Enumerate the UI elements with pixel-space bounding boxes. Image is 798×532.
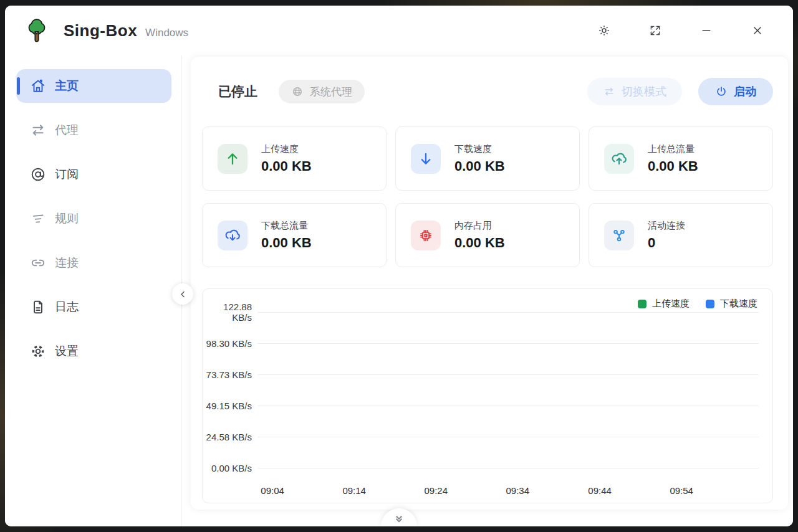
stat-label: 内存占用 [454, 220, 505, 232]
double-chevron-down-icon [393, 513, 405, 525]
x-tick: 09:54 [670, 485, 693, 496]
download-swatch [706, 300, 714, 308]
stat-value: 0 [648, 235, 685, 251]
titlebar: Sing-Box Windows [5, 6, 793, 55]
legend-upload: 上传速度 [638, 298, 690, 310]
chart-legend: 上传速度 下载速度 [633, 298, 757, 310]
start-button[interactable]: 启动 [698, 78, 773, 105]
system-proxy-label: 系统代理 [310, 85, 352, 99]
grid-row: 49.15 KB/s [203, 390, 759, 421]
stat-card-total-upload: 上传总流量 0.00 KB [589, 126, 773, 191]
home-panel: 已停止 系统代理 切换模式 [191, 57, 788, 510]
traffic-chart: 上传速度 下载速度 122.88 KB/s 98.30 KB/s [202, 288, 773, 503]
grid-row: 98.30 KB/s [203, 328, 759, 359]
platform-label: Windows [145, 27, 188, 39]
sidebar-item-proxy[interactable]: 代理 [16, 113, 171, 147]
grid-row: 0.00 KB/s [203, 452, 759, 483]
x-tick: 09:34 [506, 485, 529, 496]
stats-grid: 上传速度 0.00 KB 下载速度 0.00 KB [202, 126, 773, 267]
stat-label: 下载总流量 [261, 220, 312, 232]
home-icon [30, 78, 46, 94]
arrow-up-icon [218, 144, 248, 174]
gear-icon [30, 343, 46, 359]
close-icon[interactable] [751, 24, 764, 37]
stat-value: 0.00 KB [261, 158, 312, 174]
sidebar: 主页 代理 订阅 规则 [5, 55, 182, 526]
swap-arrows-icon [603, 85, 615, 98]
chevron-left-icon [178, 290, 188, 299]
sidebar-item-label: 日志 [55, 299, 79, 315]
cpu-chip-icon [411, 221, 441, 250]
network-branch-icon [604, 221, 634, 250]
cloud-upload-icon [604, 144, 634, 174]
sidebar-item-label: 主页 [55, 78, 79, 94]
main-content: 已停止 系统代理 切换模式 [182, 55, 793, 526]
stat-card-upload-speed: 上传速度 0.00 KB [202, 126, 387, 191]
active-indicator [17, 77, 20, 95]
sidebar-item-settings[interactable]: 设置 [16, 335, 171, 368]
grid-row: 24.58 KB/s [203, 421, 759, 452]
sidebar-item-label: 连接 [55, 255, 79, 271]
start-label: 启动 [734, 84, 756, 99]
theme-toggle-sun-icon[interactable] [597, 24, 611, 37]
fullscreen-expand-icon[interactable] [648, 24, 662, 37]
sidebar-item-logs[interactable]: 日志 [16, 290, 171, 324]
minimize-icon[interactable] [699, 24, 713, 37]
stat-label: 上传总流量 [648, 143, 698, 155]
legend-download: 下载速度 [706, 298, 757, 310]
legend-label: 上传速度 [652, 298, 690, 310]
stat-label: 活动连接 [648, 220, 685, 232]
arrow-down-icon [411, 144, 441, 174]
swap-arrows-icon [30, 122, 46, 138]
upload-swatch [638, 300, 647, 308]
status-label: 已停止 [218, 83, 257, 100]
y-tick: 122.88 KB/s [203, 302, 257, 323]
cloud-download-icon [218, 221, 248, 250]
sidebar-item-subscription[interactable]: 订阅 [16, 158, 171, 191]
stat-value: 0.00 KB [454, 235, 505, 251]
stat-card-active-connections: 活动连接 0 [589, 203, 773, 267]
x-tick: 09:44 [588, 485, 612, 496]
stat-card-total-download: 下载总流量 0.00 KB [202, 203, 387, 267]
app-title: Sing-Box [64, 21, 137, 40]
app-window: Sing-Box Windows [5, 6, 793, 526]
y-tick: 24.58 KB/s [203, 432, 257, 442]
app-logo-tree-icon [24, 17, 50, 44]
sidebar-item-label: 规则 [55, 211, 79, 227]
system-proxy-toggle[interactable]: 系统代理 [279, 80, 365, 103]
grid-row: 73.73 KB/s [203, 359, 759, 390]
stat-label: 下载速度 [454, 143, 505, 155]
y-tick: 73.73 KB/s [203, 369, 257, 380]
filter-lines-icon [30, 211, 46, 227]
stat-value: 0.00 KB [261, 235, 312, 251]
sidebar-collapse-button[interactable] [172, 283, 193, 305]
title-group: Sing-Box Windows [64, 21, 188, 40]
at-circle-icon [30, 166, 46, 183]
stat-value: 0.00 KB [454, 158, 505, 174]
sidebar-item-label: 代理 [55, 122, 79, 138]
power-icon [715, 85, 728, 98]
x-tick: 09:04 [261, 485, 284, 496]
sidebar-item-connections[interactable]: 连接 [16, 246, 171, 280]
link-icon [30, 255, 46, 271]
sidebar-item-label: 订阅 [55, 166, 79, 183]
switch-mode-button[interactable]: 切换模式 [587, 78, 682, 105]
stat-card-memory: 内存占用 0.00 KB [395, 203, 580, 267]
stat-label: 上传速度 [261, 143, 312, 155]
x-tick: 09:14 [342, 485, 366, 496]
y-tick: 49.15 KB/s [203, 401, 257, 411]
stat-value: 0.00 KB [648, 158, 698, 174]
document-icon [30, 299, 46, 315]
sidebar-item-rules[interactable]: 规则 [16, 202, 171, 235]
sidebar-item-home[interactable]: 主页 [16, 69, 171, 103]
status-row: 已停止 系统代理 切换模式 [191, 57, 788, 105]
switch-mode-label: 切换模式 [622, 84, 666, 99]
globe-icon [291, 85, 304, 98]
legend-label: 下载速度 [720, 298, 757, 310]
sidebar-item-label: 设置 [55, 343, 79, 359]
stat-card-download-speed: 下载速度 0.00 KB [395, 126, 580, 191]
x-axis: 09:04 09:14 09:24 09:34 09:44 09:54 [257, 483, 759, 502]
x-tick: 09:24 [424, 485, 448, 496]
y-tick: 98.30 KB/s [203, 338, 257, 349]
y-tick: 0.00 KB/s [203, 463, 257, 473]
